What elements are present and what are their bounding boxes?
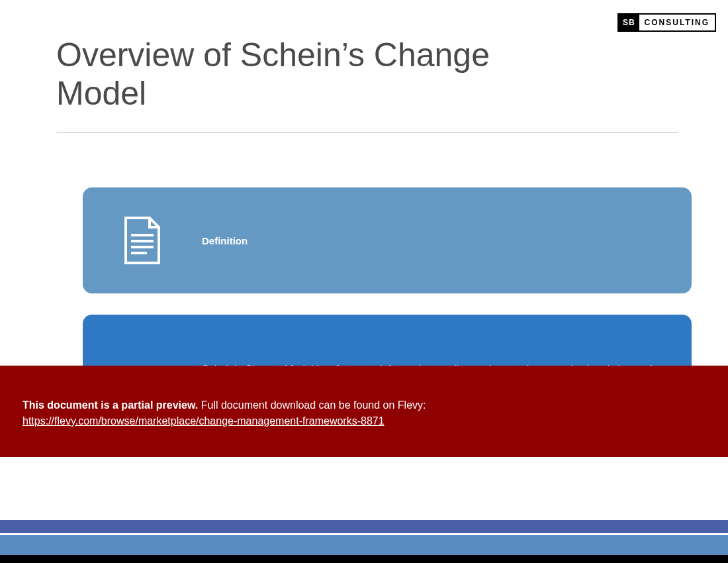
- footer-bar: [0, 535, 728, 558]
- footer-bar: [0, 555, 728, 563]
- title-divider: [56, 132, 678, 133]
- banner-link[interactable]: https://flevy.com/browse/marketplace/cha…: [23, 415, 385, 427]
- logo-initials: SB: [619, 15, 639, 30]
- banner-rest: Full document download can be found on F…: [198, 399, 426, 411]
- logo-word: CONSULTING: [639, 18, 715, 27]
- preview-banner: This document is a partial preview. Full…: [0, 366, 728, 457]
- brand-logo: SB CONSULTING: [617, 13, 716, 32]
- page-title: Overview of Schein’s Change Model: [56, 36, 520, 113]
- document-icon: [83, 217, 202, 264]
- definition-card: Definition: [83, 187, 692, 293]
- banner-bold: This document is a partial preview.: [23, 399, 198, 411]
- footer-bar: [0, 520, 728, 533]
- card-label: Definition: [202, 235, 665, 246]
